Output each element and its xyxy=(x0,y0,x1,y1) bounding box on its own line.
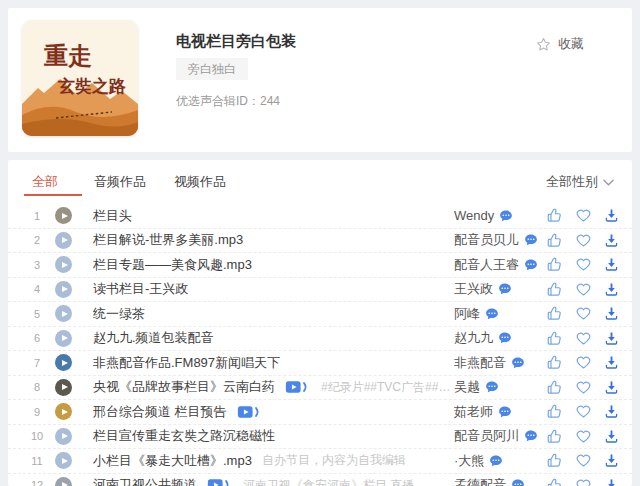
track-title[interactable]: 赵九九.频道包装配音 xyxy=(93,329,214,347)
play-button[interactable] xyxy=(55,477,72,486)
author-name[interactable]: ·大熊 xyxy=(454,452,484,470)
download-button[interactable] xyxy=(603,305,620,322)
track-title[interactable]: 央视《品牌故事栏目》云南白药 xyxy=(93,378,275,396)
download-button[interactable] xyxy=(603,403,620,420)
chat-bubble-icon[interactable] xyxy=(524,258,538,272)
author-name[interactable]: 吴越 xyxy=(454,378,480,396)
play-button[interactable] xyxy=(55,452,72,469)
play-button[interactable] xyxy=(55,232,72,249)
play-button[interactable] xyxy=(55,428,72,445)
download-button[interactable] xyxy=(603,379,620,396)
heart-button[interactable] xyxy=(575,281,592,298)
download-button[interactable] xyxy=(603,354,620,371)
track-title[interactable]: 读书栏目-王兴政 xyxy=(93,280,188,298)
play-button[interactable] xyxy=(55,379,72,396)
author-name[interactable]: 茹老师 xyxy=(454,403,493,421)
chat-bubble-icon[interactable] xyxy=(498,405,512,419)
track-title[interactable]: 栏目专题——美食风趣.mp3 xyxy=(93,256,252,274)
like-button[interactable] xyxy=(546,232,563,249)
author-name[interactable]: 王兴政 xyxy=(454,280,493,298)
download-button[interactable] xyxy=(603,428,620,445)
author-name[interactable]: 非燕配音 xyxy=(454,354,506,372)
like-button[interactable] xyxy=(546,379,563,396)
chat-bubble-icon[interactable] xyxy=(524,233,538,247)
like-button[interactable] xyxy=(546,305,563,322)
download-button[interactable] xyxy=(603,281,620,298)
play-icon xyxy=(62,433,68,439)
author-name[interactable]: 配音人王睿 xyxy=(454,256,519,274)
track-title[interactable]: 河南卫视公共频道 xyxy=(93,476,197,486)
like-button[interactable] xyxy=(546,428,563,445)
chat-bubble-icon[interactable] xyxy=(498,331,512,345)
heart-button[interactable] xyxy=(575,354,592,371)
author-name[interactable]: Wendy xyxy=(454,208,494,223)
heart-button[interactable] xyxy=(575,232,592,249)
chat-bubble-icon[interactable] xyxy=(511,478,525,486)
heart-button[interactable] xyxy=(575,305,592,322)
chat-bubble-icon[interactable] xyxy=(489,454,503,468)
track-title[interactable]: 小栏目《暴走大吐槽》.mp3 xyxy=(93,452,252,470)
play-icon xyxy=(62,286,68,292)
track-title[interactable]: 统一绿茶 xyxy=(93,305,145,323)
chat-bubble-icon[interactable] xyxy=(485,380,499,394)
like-button[interactable] xyxy=(546,354,563,371)
like-button[interactable] xyxy=(546,256,563,273)
track-main: 邢台综合频道 栏目预告 xyxy=(93,403,454,421)
track-title[interactable]: 栏目解说-世界多美丽.mp3 xyxy=(93,231,243,249)
like-button[interactable] xyxy=(546,452,563,469)
heart-button[interactable] xyxy=(575,207,592,224)
tab-video-works[interactable]: 视频作品 xyxy=(174,173,226,191)
play-button[interactable] xyxy=(55,305,72,322)
play-button[interactable] xyxy=(55,281,72,298)
favorite-album-button[interactable]: 收藏 xyxy=(535,35,584,53)
download-button[interactable] xyxy=(603,330,620,347)
gender-filter-dropdown[interactable]: 全部性别 xyxy=(546,173,614,191)
tab-audio-works[interactable]: 音频作品 xyxy=(94,173,146,191)
author-name[interactable]: 孟德配音 xyxy=(454,476,506,486)
like-button[interactable] xyxy=(546,281,563,298)
track-title[interactable]: 栏目头 xyxy=(93,207,132,225)
heart-button[interactable] xyxy=(575,330,592,347)
track-main: 栏目解说-世界多美丽.mp3 xyxy=(93,231,454,249)
download-button[interactable] xyxy=(603,207,620,224)
row-actions xyxy=(546,477,620,486)
play-button[interactable] xyxy=(55,256,72,273)
album-cover-art[interactable]: 重走 玄奘之路 xyxy=(22,20,138,136)
download-button[interactable] xyxy=(603,232,620,249)
like-button[interactable] xyxy=(546,477,563,486)
play-button[interactable] xyxy=(55,354,72,371)
heart-button[interactable] xyxy=(575,477,592,486)
play-button[interactable] xyxy=(55,403,72,420)
play-button[interactable] xyxy=(55,330,72,347)
heart-button[interactable] xyxy=(575,428,592,445)
like-button[interactable] xyxy=(546,403,563,420)
play-button[interactable] xyxy=(55,207,72,224)
heart-button[interactable] xyxy=(575,452,592,469)
download-button[interactable] xyxy=(603,477,620,486)
author-cell: 茹老师 xyxy=(454,403,546,421)
heart-button[interactable] xyxy=(575,256,592,273)
chat-bubble-icon[interactable] xyxy=(499,209,513,223)
author-name[interactable]: 配音员阿川 xyxy=(454,427,519,445)
chat-bubble-icon[interactable] xyxy=(511,356,525,370)
download-button[interactable] xyxy=(603,256,620,273)
track-title[interactable]: 邢台综合频道 栏目预告 xyxy=(93,403,227,421)
author-name[interactable]: 配音员贝儿 xyxy=(454,231,519,249)
author-name[interactable]: 赵九九 xyxy=(454,329,493,347)
chat-bubble-icon[interactable] xyxy=(498,282,512,296)
chat-bubble-icon[interactable] xyxy=(524,429,538,443)
heart-button[interactable] xyxy=(575,403,592,420)
like-button[interactable] xyxy=(546,330,563,347)
like-button[interactable] xyxy=(546,207,563,224)
author-name[interactable]: 阿峰 xyxy=(454,305,480,323)
row-actions xyxy=(546,428,620,445)
track-title[interactable]: 栏目宣传重走玄奘之路沉稳磁性 xyxy=(93,427,275,445)
track-title[interactable]: 非燕配音作品.FM897新闻唱天下 xyxy=(93,354,280,372)
gender-filter-label: 全部性别 xyxy=(546,173,598,191)
row-actions xyxy=(546,207,620,224)
tab-all[interactable]: 全部 xyxy=(32,173,58,191)
download-button[interactable] xyxy=(603,452,620,469)
chat-bubble-icon[interactable] xyxy=(485,307,499,321)
heart-button[interactable] xyxy=(575,379,592,396)
row-actions xyxy=(546,379,620,396)
